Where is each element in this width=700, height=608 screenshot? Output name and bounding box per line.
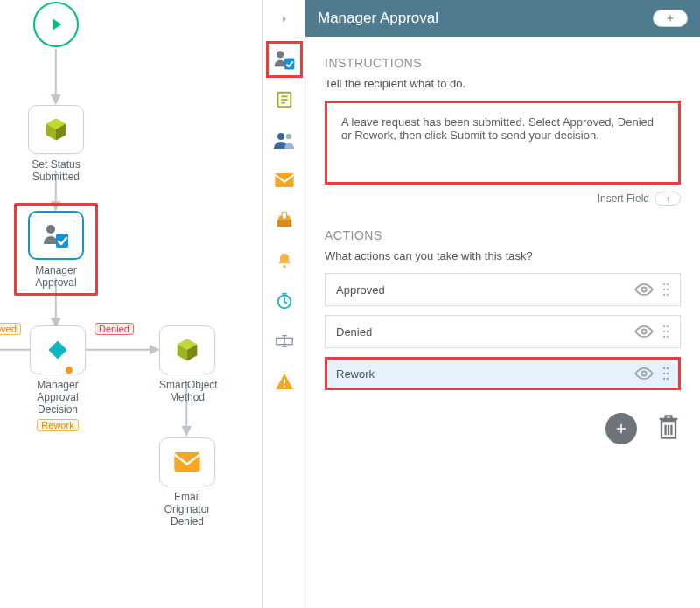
svg-point-20 [283, 265, 285, 268]
svg-point-17 [285, 134, 290, 139]
svg-point-26 [641, 287, 646, 291]
svg-point-41 [663, 367, 666, 370]
instructions-textarea[interactable]: A leave request has been submitted. Sele… [325, 101, 681, 185]
action-item-denied[interactable]: Denied [325, 315, 681, 348]
plus-chip-icon [664, 195, 672, 203]
clock-icon [275, 291, 294, 311]
svg-point-39 [667, 336, 669, 339]
mail-icon [174, 452, 200, 472]
svg-point-34 [663, 325, 666, 328]
tab-timer[interactable] [272, 289, 297, 313]
svg-rect-7 [56, 234, 68, 248]
cube-icon [174, 337, 200, 363]
svg-point-45 [663, 378, 666, 381]
approval-decision-node[interactable]: Manager Approval Decision Rework [23, 325, 93, 431]
actions-heading: ACTIONS [325, 228, 681, 242]
svg-rect-19 [282, 213, 287, 219]
tab-inbox[interactable] [272, 208, 297, 233]
drag-handle-icon[interactable] [662, 367, 669, 381]
panel-title: Manager Approval [318, 10, 438, 27]
action-item-rework[interactable]: Rework [325, 357, 681, 390]
node-label: SmartObject Method [159, 380, 215, 404]
actions-sub: What actions can you take with this task… [325, 249, 681, 262]
warning-icon [275, 373, 294, 390]
status-dot [66, 367, 73, 374]
edge-label-rework: Rework [37, 419, 78, 431]
svg-point-16 [277, 133, 284, 140]
svg-point-29 [663, 289, 666, 291]
smartobject-node[interactable]: SmartObject Method [159, 325, 215, 404]
delete-action-button[interactable] [656, 413, 681, 444]
instructions-text: A leave request has been submitted. Sele… [341, 115, 654, 142]
bell-icon [276, 251, 293, 270]
play-icon [46, 15, 66, 34]
plus-chip-icon [665, 13, 676, 24]
svg-point-42 [667, 367, 669, 370]
clipboard-approval-icon [42, 221, 70, 249]
svg-point-33 [641, 329, 646, 333]
action-label: Approved [336, 283, 385, 297]
svg-point-40 [641, 371, 646, 375]
svg-point-38 [663, 336, 666, 339]
svg-point-37 [667, 331, 669, 333]
svg-rect-25 [284, 386, 285, 388]
email-denied-node[interactable]: Email Originator Denied [159, 437, 215, 528]
svg-point-43 [663, 373, 666, 375]
svg-rect-24 [284, 379, 285, 383]
plus-icon [613, 421, 629, 437]
svg-rect-8 [48, 340, 66, 359]
edge-label-denied: Denied [94, 320, 134, 336]
collapse-panel[interactable] [278, 7, 290, 31]
svg-point-35 [667, 325, 669, 328]
node-label: Manager Approval Decision [23, 380, 93, 416]
action-label: Denied [336, 325, 372, 339]
tab-reminders[interactable] [272, 248, 297, 273]
set-status-node[interactable]: Set Status Submitted [28, 105, 84, 184]
clipboard-approval-icon [273, 48, 296, 71]
manager-approval-node[interactable]: Manager Approval [14, 203, 98, 296]
svg-rect-11 [284, 58, 294, 69]
tab-users[interactable] [272, 128, 297, 152]
eye-icon[interactable] [634, 325, 654, 338]
action-item-approved[interactable]: Approved [325, 273, 681, 306]
insert-field-chip-header[interactable] [653, 10, 688, 27]
svg-point-6 [46, 225, 55, 234]
node-label: Set Status Submitted [28, 159, 84, 184]
svg-point-36 [663, 331, 666, 333]
start-node[interactable] [33, 2, 79, 47]
tab-form[interactable] [272, 87, 297, 112]
node-label: Email Originator Denied [159, 492, 215, 528]
svg-point-32 [667, 294, 669, 297]
eye-icon[interactable] [634, 283, 654, 296]
drag-handle-icon[interactable] [662, 283, 669, 297]
svg-point-10 [276, 51, 284, 58]
tab-text[interactable] [272, 329, 297, 353]
svg-point-28 [667, 283, 669, 286]
insert-field-chip[interactable] [654, 192, 681, 206]
svg-point-27 [663, 283, 666, 286]
svg-rect-9 [174, 452, 200, 472]
eye-icon[interactable] [634, 367, 654, 380]
instructions-heading: INSTRUCTIONS [325, 56, 681, 70]
node-label: Manager Approval [22, 265, 90, 290]
tab-email[interactable] [272, 168, 297, 192]
panel-header: Manager Approval [305, 0, 700, 37]
svg-point-44 [667, 373, 669, 375]
workflow-canvas[interactable]: Set Status Submitted Manager Approval [0, 0, 262, 608]
envelope-icon [275, 173, 294, 187]
trash-icon [656, 413, 681, 441]
people-icon [274, 131, 295, 149]
insert-field-label: Insert Field [598, 192, 649, 205]
tab-warnings[interactable] [272, 369, 297, 394]
tab-approval[interactable] [272, 47, 297, 72]
instructions-sub: Tell the recipient what to do. [325, 77, 681, 90]
text-cursor-icon [275, 333, 294, 349]
chevron-right-icon [278, 13, 290, 25]
add-action-button[interactable] [606, 413, 637, 444]
ballot-box-icon [275, 211, 294, 230]
side-tab-strip [263, 0, 305, 608]
connector-lines [0, 0, 262, 608]
svg-point-31 [663, 294, 666, 297]
drag-handle-icon[interactable] [662, 325, 669, 339]
svg-point-30 [667, 289, 669, 291]
